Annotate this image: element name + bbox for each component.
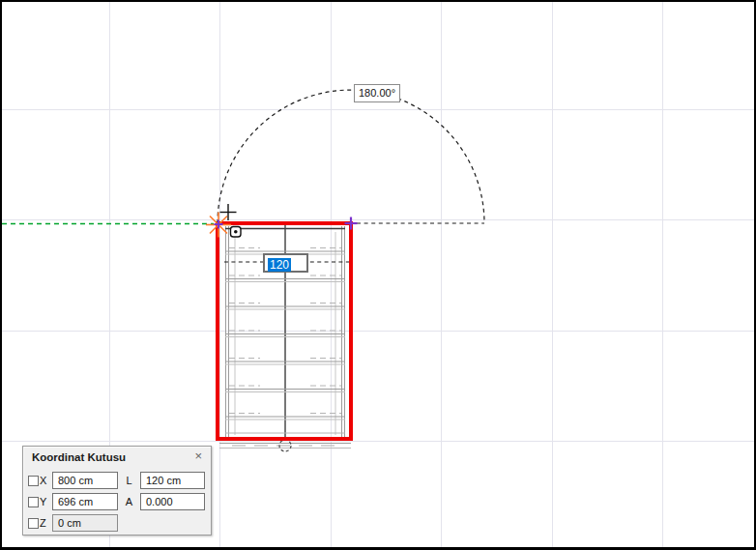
y-lock-checkbox[interactable] (28, 497, 39, 507)
l-value-field[interactable]: 120 cm (140, 472, 205, 489)
y-value-field[interactable]: 696 cm (52, 493, 118, 510)
coordinate-row-z: Z 0 cm (28, 514, 118, 532)
length-input[interactable]: 120 (263, 253, 308, 273)
x-value-field[interactable]: 800 cm (52, 472, 118, 489)
stair-bottom-strip (219, 444, 351, 449)
z-value-field: 0 cm (52, 514, 118, 532)
a-value-field[interactable]: 0.000 (140, 493, 205, 510)
x-label: X (40, 475, 52, 486)
z-lock-checkbox[interactable] (28, 518, 39, 529)
corner-marker-icon (345, 217, 358, 230)
y-label: Y (40, 496, 52, 507)
z-label: Z (40, 517, 52, 529)
coordinate-box-palette[interactable]: Koordinat Kutusu × X 800 cm L 120 cm Y 6… (22, 446, 212, 536)
node-marker-icon (231, 227, 242, 238)
l-label: L (118, 475, 140, 486)
palette-title: Koordinat Kutusu (32, 451, 126, 463)
close-icon[interactable]: × (194, 449, 202, 462)
angle-readout: 180.00° (354, 84, 400, 102)
coordinate-row-x: X 800 cm L 120 cm (28, 472, 205, 489)
x-lock-checkbox[interactable] (28, 476, 39, 486)
cursor-crosshair-icon (220, 204, 237, 220)
a-label: A (118, 496, 140, 507)
cad-window: 180.00° 120 Koordinat Kutusu × X 800 cm … (0, 0, 756, 550)
coordinate-row-y: Y 696 cm A 0.000 (28, 493, 205, 510)
angle-arc (218, 90, 484, 223)
length-input-selected-text: 120 (268, 258, 291, 272)
